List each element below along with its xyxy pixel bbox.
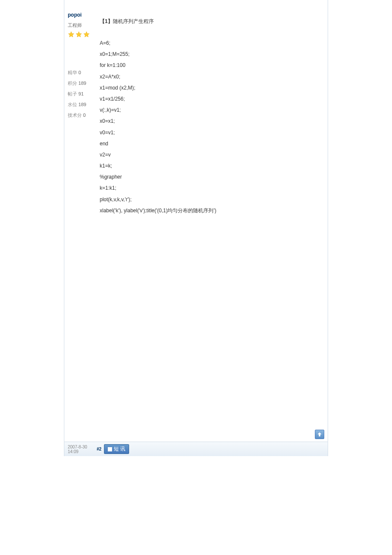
code-line: A=6; [100,38,323,49]
code-line: for k=1:100 [100,60,323,71]
code-line: end [100,139,323,149]
user-stats: 精华 0 积分 189 帖子 91 水位 189 [68,69,93,119]
code-line: x0=x1; [100,116,323,127]
code-line: %grapher [100,172,323,182]
code-line: v0=v1; [100,127,323,138]
arrow-up-icon [317,431,323,437]
code-line: x0=1;M=255; [100,49,323,60]
post-body: 【1】随机序列产生程序 A=6; x0=1;M=255; for k=1:100… [96,9,328,220]
post-timestamp: 2007-8-30 14:09 [68,445,97,454]
code-line: xlabel('k'), ylabel('v');title('(0,1)均匀分… [100,205,323,216]
star-icon [68,31,75,38]
pm-button[interactable]: 短 讯 [104,444,129,454]
code-line: k=1:k1; [100,183,323,194]
code-line: k1=k; [100,161,323,171]
post-footer: 2007-8-30 14:09 #2 短 讯 [64,442,328,456]
code-line: x2=A*x0; [100,72,323,82]
code-content: A=6; x0=1;M=255; for k=1:100 x2=A*x0; x1… [100,38,323,216]
user-sidebar: popoi 工程师 精华 0 [64,9,96,220]
code-line: v2=v [100,150,323,160]
pm-button-label: 短 讯 [114,445,125,453]
stat-tech: 技术分 0 [68,112,93,119]
post-number-link[interactable]: #2 [97,447,101,451]
star-icon [75,31,82,38]
message-icon [108,447,112,451]
username-link[interactable]: popoi [68,12,93,18]
post-title: 【1】随机序列产生程序 [100,18,323,25]
code-line: v(:,k)=v1; [100,105,323,116]
stat-points: 积分 189 [68,80,93,87]
code-line: x1=mod (x2,M); [100,83,323,93]
avatar [68,40,93,65]
stat-posts: 帖子 91 [68,91,93,97]
user-stars [68,31,93,38]
user-rank: 工程师 [68,22,93,29]
code-line: plot(k,v,k,v,'r'); [100,194,323,205]
back-to-top-button[interactable] [315,430,324,439]
code-line: v1=x1/256; [100,94,323,104]
star-icon [83,31,90,38]
stat-essence: 精华 0 [68,69,93,76]
stat-level: 水位 189 [68,101,93,108]
forum-post: popoi 工程师 精华 0 [64,0,328,456]
